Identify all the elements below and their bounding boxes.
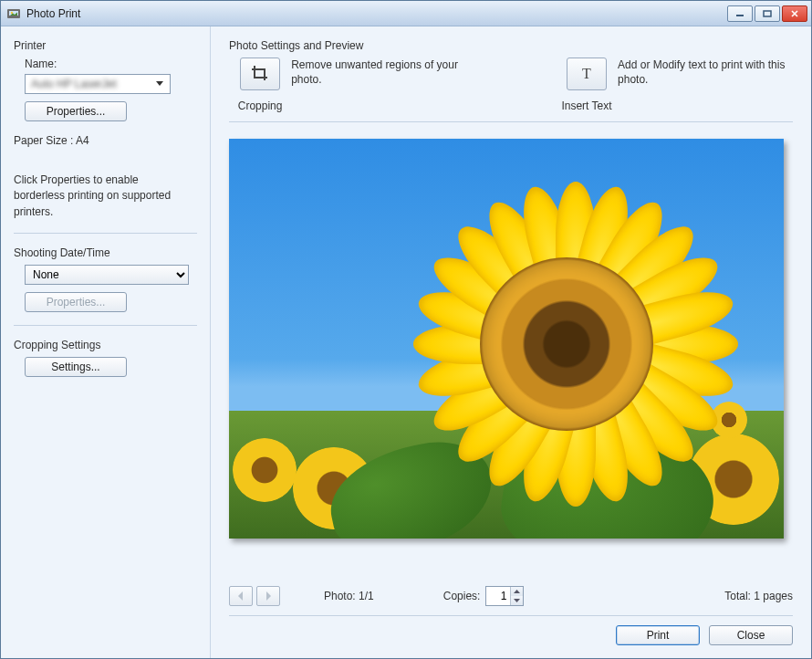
prev-photo-button[interactable] [229,586,253,606]
total-label: Total: [724,590,751,602]
paper-size-value: A4 [76,134,89,147]
copies-down-button[interactable] [511,596,523,605]
preview-footer: Photo: 1/1 Copies: Total: [229,577,793,616]
cropping-tool-block: Cropping Remove unwanted regions of your… [229,58,466,112]
chevron-down-icon [153,81,166,87]
insert-text-caption: Insert Text [561,99,611,112]
cropping-settings-button[interactable]: Settings... [25,357,127,377]
sidebar: Printer Name: Auto HP LaserJet Propertie… [1,26,211,658]
action-row: Print Close [229,616,793,645]
photo-settings-label: Photo Settings and Preview [229,39,793,52]
cropping-tool-button[interactable] [240,58,280,90]
cropping-section-label: Cropping Settings [14,339,197,351]
shooting-date-combo[interactable]: None [25,265,189,285]
svg-rect-4 [764,11,771,16]
photo-print-window: Photo Print Printer Name: Auto HP LaserJ… [0,0,812,659]
maximize-button[interactable] [755,5,780,22]
close-button[interactable]: Close [709,625,793,645]
shooting-section-label: Shooting Date/Time [14,246,197,259]
cropping-desc: Remove unwanted regions of your photo. [291,58,466,87]
next-photo-button[interactable] [256,586,280,606]
insert-text-tool-button[interactable]: T [567,58,607,90]
print-button[interactable]: Print [616,625,700,645]
app-icon [6,6,21,21]
minimize-button[interactable] [727,5,753,22]
insert-text-tool-block: T Insert Text Add or Modify text to prin… [556,58,793,112]
main-panel: Photo Settings and Preview Cropp [211,26,811,658]
printer-name-value: Auto HP LaserJet [31,78,153,90]
paper-size-label: Paper Size : [14,134,73,147]
tools-row: Cropping Remove unwanted regions of your… [229,58,793,122]
crop-icon [250,64,270,85]
window-controls [727,5,807,22]
close-window-button[interactable] [782,5,807,22]
preview-area [229,122,793,577]
photo-label: Photo: [324,590,356,602]
cropping-caption: Cropping [238,99,283,112]
total-pages: 1 pages [754,590,793,602]
sidebar-divider-1 [14,233,197,234]
svg-rect-3 [736,15,744,16]
printer-section-label: Printer [14,39,197,52]
copies-input[interactable] [486,587,510,605]
shooting-properties-button[interactable]: Properties... [25,292,127,312]
printer-name-label: Name: [25,58,197,70]
window-title: Photo Print [26,7,727,20]
text-icon: T [577,64,597,85]
photo-preview[interactable] [229,139,784,539]
svg-text:T: T [582,66,591,81]
paper-size-row: Paper Size : A4 [14,134,197,147]
copies-label: Copies: [443,590,481,602]
borderless-hint: Click Properties to enable borderless pr… [14,173,197,220]
printer-properties-button[interactable]: Properties... [25,101,127,121]
title-bar: Photo Print [1,1,811,26]
copies-spinner[interactable] [485,586,524,606]
sunflower-icon [402,180,731,508]
sidebar-divider-2 [14,325,197,326]
copies-up-button[interactable] [511,587,523,596]
insert-text-desc: Add or Modify text to print with this ph… [618,58,793,87]
printer-name-combo[interactable]: Auto HP LaserJet [25,74,171,94]
photo-index: 1/1 [359,590,374,602]
